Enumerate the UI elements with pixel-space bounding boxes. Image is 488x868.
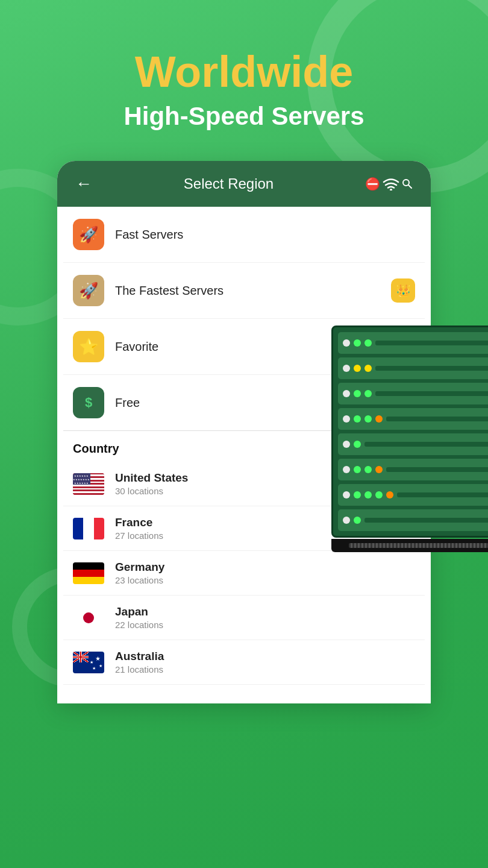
country-name-au: Australia — [115, 650, 415, 663]
flag-us: ★★★★★★ ★★★★★★★ ★★★★★★ — [73, 473, 104, 495]
rack-bar — [375, 366, 488, 371]
rack-led — [354, 390, 361, 397]
fast-servers-label: Fast Servers — [115, 228, 415, 242]
rack-led — [343, 441, 350, 448]
country-info-jp: Japan 22 locations — [115, 605, 415, 630]
country-info-de: Germany 23 locations — [115, 561, 415, 585]
fastest-servers-label: The Fastest Servers — [115, 284, 391, 298]
header-section: Worldwide High-Speed Servers — [0, 0, 488, 131]
rack-row — [338, 459, 488, 480]
rack-led — [343, 415, 350, 423]
rack-base-lines — [349, 543, 488, 548]
rack-led — [354, 517, 361, 524]
rack-led — [343, 517, 350, 524]
rack-led — [364, 415, 372, 423]
rack-led — [375, 491, 383, 498]
fast-servers-icon: 🚀 — [73, 219, 104, 250]
rack-led — [343, 339, 350, 347]
menu-item-fast-servers[interactable]: 🚀 Fast Servers — [63, 207, 425, 263]
rack-led — [354, 466, 361, 473]
rack-led — [343, 491, 350, 498]
rack-led — [364, 466, 372, 473]
rack-bar — [386, 417, 488, 421]
rack-led — [343, 466, 350, 473]
rack-bar — [364, 442, 488, 447]
country-name-jp: Japan — [115, 605, 415, 618]
rack-led — [354, 365, 361, 372]
rack-led — [375, 466, 383, 473]
rack-row — [338, 357, 488, 379]
japan-circle — [83, 612, 94, 623]
rack-bar — [375, 391, 488, 396]
rack-row — [338, 383, 488, 404]
rack-led — [375, 415, 383, 423]
country-locations-jp: 22 locations — [115, 620, 415, 630]
country-item-de[interactable]: Germany 23 locations — [63, 551, 425, 596]
svg-point-0 — [390, 189, 392, 190]
rack-row — [338, 484, 488, 506]
rack-led — [386, 491, 393, 498]
rack-led — [354, 491, 361, 498]
rack-led — [364, 365, 372, 372]
wifi-icon — [383, 177, 399, 190]
flag-de — [73, 562, 104, 584]
rack-led — [364, 491, 372, 498]
wifi-search-icon[interactable]: ⛔ — [365, 177, 413, 191]
rack-bar — [386, 467, 488, 472]
rack-led — [343, 365, 350, 372]
country-info-au: Australia 21 locations — [115, 650, 415, 675]
rack-row — [338, 433, 488, 455]
country-locations-au: 21 locations — [115, 664, 415, 675]
rack-base — [331, 539, 488, 552]
country-item-au[interactable]: ★ ★ ★ ★ Australia 21 locations — [63, 640, 425, 685]
svg-line-2 — [408, 185, 411, 188]
rack-bar — [375, 341, 488, 345]
search-icon — [402, 178, 413, 189]
fastest-servers-icon: 🚀 — [73, 275, 104, 306]
rack-led — [343, 390, 350, 397]
rack-led — [354, 339, 361, 347]
header-title: Worldwide — [0, 48, 488, 96]
menu-item-fastest-servers[interactable]: 🚀 The Fastest Servers 👑 — [63, 263, 425, 319]
country-locations-de: 23 locations — [115, 575, 415, 585]
free-icon: $ — [73, 387, 104, 418]
header-subtitle: High-Speed Servers — [0, 102, 488, 131]
flag-fr — [73, 518, 104, 539]
country-name-de: Germany — [115, 561, 415, 574]
flag-au: ★ ★ ★ ★ — [73, 652, 104, 673]
favorite-icon: ⭐ — [73, 331, 104, 362]
crown-icon: 👑 — [391, 278, 415, 303]
rack-row — [338, 509, 488, 531]
rack-bar — [397, 492, 488, 497]
back-button[interactable]: ← — [75, 174, 92, 193]
rack-led — [364, 339, 372, 347]
server-rack-decoration — [331, 326, 488, 552]
rack-led — [364, 390, 372, 397]
flag-jp — [73, 607, 104, 629]
country-item-jp[interactable]: Japan 22 locations — [63, 596, 425, 640]
rack-container — [331, 326, 488, 538]
rack-led — [354, 415, 361, 423]
rack-row — [338, 332, 488, 354]
rack-row — [338, 408, 488, 430]
select-region-title: Select Region — [184, 175, 274, 192]
rack-led — [354, 441, 361, 448]
card-header: ← Select Region ⛔ — [57, 161, 431, 207]
rack-bar — [364, 518, 488, 523]
